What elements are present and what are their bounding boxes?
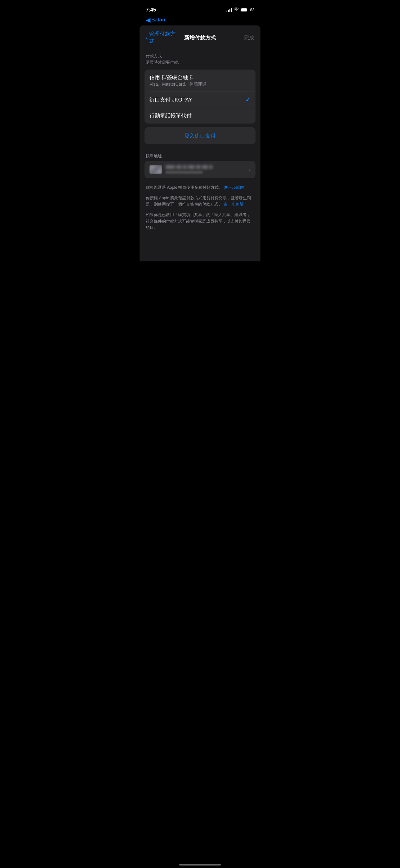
billing-section-title: 帳單地址 — [146, 154, 162, 158]
signal-bars-icon — [226, 8, 232, 12]
safari-nav-bar: ◀ Safari — [139, 16, 261, 26]
payment-option-credit-card[interactable]: 信用卡/簽帳金融卡 Visa、MasterCard、美國運通 — [144, 69, 256, 92]
jkopay-title: 街口支付 JKOPAY — [149, 96, 245, 103]
info-link-2[interactable]: 進一步瞭解 — [224, 202, 244, 207]
address-line-1 — [166, 165, 249, 169]
battery-indicator: 82 — [241, 8, 254, 12]
credit-card-subtitle: Visa、MasterCard、美國運通 — [149, 82, 251, 87]
payment-label-title: 付款方式 — [146, 53, 254, 59]
mobile-billing-title: 行動電話帳單代付 — [149, 112, 251, 119]
status-icons: 82 — [226, 8, 254, 12]
address-line-2 — [166, 171, 203, 174]
payment-label-subtitle: 購買時才需要付款。 — [146, 60, 254, 65]
address-icon — [149, 165, 162, 174]
header-back-arrow-icon: ‹ — [146, 34, 148, 41]
payment-section-label: 付款方式 購買時才需要付款。 — [139, 49, 261, 66]
info-text-1: 你可以透過 Apple 帳號使用多種付款方式。 進一步瞭解 — [146, 184, 254, 191]
login-button-label: 登入街口支付 — [184, 133, 216, 139]
payment-options-group: 信用卡/簽帳金融卡 Visa、MasterCard、美國運通 街口支付 JKOP… — [144, 69, 256, 124]
battery-icon — [241, 8, 249, 12]
billing-section-label: 帳單地址 — [139, 148, 261, 161]
info-link-1[interactable]: 進一步瞭解 — [224, 185, 244, 190]
battery-level: 82 — [250, 8, 254, 12]
jkopay-login-button[interactable]: 登入街口支付 — [144, 127, 256, 144]
done-button[interactable]: 完成 — [221, 34, 254, 41]
safari-back-label: Safari — [151, 17, 165, 23]
main-content: ‹ 管理付款方式 新增付款方式 完成 付款方式 購買時才需要付款。 信用卡/簽帳… — [139, 26, 261, 261]
info-text-3: 如果你是已啟用「購買項目共享」的「家人共享」組織者，符合條件的付款方式可能會與家… — [146, 212, 254, 230]
credit-card-title: 信用卡/簽帳金融卡 — [149, 74, 251, 81]
info-text-2: 你授權 Apple 將此預設付款方式用於付費交易，且若發生問題，則使用你下一個符… — [146, 195, 254, 207]
page-title: 新增付款方式 — [179, 34, 220, 41]
header-back-button[interactable]: ‹ 管理付款方式 — [146, 30, 179, 45]
safari-back-button[interactable]: ◀ Safari — [146, 17, 165, 23]
wifi-icon — [234, 7, 239, 12]
safari-back-arrow-icon: ◀ — [146, 17, 151, 23]
info-section: 你可以透過 Apple 帳號使用多種付款方式。 進一步瞭解 你授權 Apple … — [139, 178, 261, 241]
address-info — [166, 165, 249, 174]
payment-option-mobile-billing[interactable]: 行動電話帳單代付 — [144, 108, 256, 124]
header-back-label: 管理付款方式 — [149, 30, 180, 45]
address-chevron-icon: › — [249, 167, 251, 172]
status-time: 7:45 — [146, 7, 156, 13]
billing-address-card[interactable]: › — [144, 161, 256, 178]
page-header: ‹ 管理付款方式 新增付款方式 完成 — [139, 26, 261, 49]
login-button-container: 登入街口支付 — [144, 127, 256, 144]
payment-option-jkopay[interactable]: 街口支付 JKOPAY ✓ — [144, 92, 256, 108]
status-bar: 7:45 82 — [139, 0, 261, 16]
jkopay-checkmark-icon: ✓ — [245, 96, 251, 103]
